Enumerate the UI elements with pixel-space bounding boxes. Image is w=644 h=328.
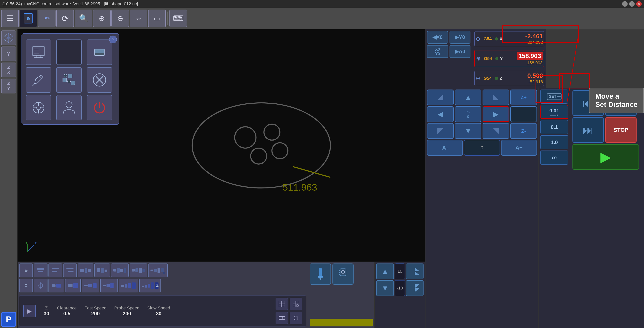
svg-rect-88 [151,282,154,289]
probe-grid-4[interactable] [290,312,302,324]
modal-close-btn[interactable]: ✕ [109,36,117,44]
jog-zplus-btn[interactable]: Z+ [510,90,537,105]
probe-tool-btn[interactable] [310,264,331,284]
ts-r8-btn[interactable]: Z [139,279,161,292]
modal-rect-btn[interactable] [87,40,112,65]
playback-undo-btn[interactable]: ↩ [605,90,636,116]
jog-zminus-btn[interactable]: Z- [510,123,537,139]
step-inf-btn[interactable]: ∞ [540,150,568,164]
step-set-btn[interactable]: SET [540,90,568,104]
nav-down10-btn[interactable] [406,280,424,296]
ts-r7-btn[interactable] [119,279,138,292]
ts-t5-btn[interactable] [78,264,94,277]
ts-r6-btn[interactable] [100,279,118,292]
svg-rect-85 [142,286,144,287]
modal-edit-btn[interactable] [26,67,51,93]
ts-align3-btn[interactable] [63,264,77,277]
view-z-btn[interactable]: Z Y [1,78,16,94]
jog-ne-btn[interactable] [482,90,509,105]
ts-r5-btn[interactable] [82,279,99,292]
home-x0y0-btn[interactable]: X0Y0 [427,45,448,58]
jog-sw-btn[interactable] [427,123,454,139]
ts-t8-btn[interactable] [130,264,147,277]
ts-t7-btn[interactable] [111,264,128,277]
jog-s-btn[interactable]: ▼ [455,123,482,139]
jog-se-btn[interactable] [482,123,509,139]
home-x0-btn[interactable]: ◀X0 [427,31,448,44]
jog-aplus-btn[interactable]: A+ [501,140,537,156]
axis-home-panel: ◀X0 ▶Y0 X0Y0 ▶A0 [425,29,472,88]
home-a0-btn[interactable]: ▶A0 [450,45,470,58]
toolbar-rotate-btn[interactable]: ⟳ [56,10,74,27]
svg-rect-47 [52,271,57,272]
svg-rect-29 [68,74,72,78]
jog-n-btn[interactable]: ▲ [455,90,482,105]
ts-r1-btn[interactable]: ⚙ [19,279,33,292]
titlebar-app: myCNC control software. Ver:1.88.2995- [24,1,102,6]
ts-t9-btn[interactable] [148,264,168,277]
probe-grid-2[interactable] [290,298,302,310]
ts-center-btn[interactable]: ⊕ [19,264,33,277]
ts-align2-btn[interactable] [48,264,62,277]
modal-display-btn[interactable] [26,40,51,65]
toolbar-menu-btn[interactable]: ☰ [1,10,19,27]
nav-up-btn[interactable]: ▲ [376,264,394,279]
view-3d-btn[interactable] [1,30,16,45]
probe-grid-3[interactable] [276,312,288,324]
step-01-btn[interactable]: 0.1 [540,120,568,134]
modal-close-circle-btn[interactable] [87,67,112,93]
modal-user-btn[interactable] [56,95,82,120]
playback-play-btn[interactable]: ▶ [572,144,639,170]
svg-point-109 [342,270,344,274]
toolbar-frame-btn[interactable]: ▭ [148,10,166,27]
playback-forward-btn[interactable]: ⏭ [572,117,604,143]
ts-t6-btn[interactable] [94,264,110,277]
jog-center-btn: ∞0 [455,106,482,122]
ts-r2-btn[interactable] [34,279,48,292]
view-x-btn[interactable]: Z X [1,62,16,78]
toolbar-keyboard-btn[interactable]: ⌨ [170,10,187,27]
home-y0-btn[interactable]: ▶Y0 [450,31,470,44]
toolbar-zoom-fit-btn[interactable]: 🔍 [75,10,92,27]
nav-row-1: ▲ 10 [376,264,424,279]
svg-rect-83 [128,283,131,288]
jog-aminus-btn[interactable]: A- [427,140,463,156]
ts-r4-btn[interactable] [65,279,81,292]
modal-tools-btn[interactable] [26,95,51,120]
jog-e-btn[interactable]: ▶ [482,106,509,122]
view-y-btn[interactable]: Y [1,46,16,62]
dro-x-value: -2.461 [505,33,543,40]
probe-z-value: 30 [44,310,49,317]
ts-align-btn[interactable] [34,264,48,277]
parking-btn[interactable]: P [1,312,16,327]
ts-r3-btn[interactable] [48,279,64,292]
dro-x-row: ⊕ G54 X -2.461 224.292 [474,31,544,46]
step-10-btn[interactable]: 1.0 [540,135,568,149]
modal-power-btn[interactable] [87,95,112,120]
close-btn[interactable]: ✕ [636,1,642,7]
toolbar-zoom-in-btn[interactable]: ⊕ [93,10,110,27]
probe-probespeed-col: Probe Speed 200 [114,306,139,317]
probe-run-btn[interactable]: ▶ [23,305,36,317]
probe-grid-1[interactable] [276,298,288,310]
svg-rect-81 [121,285,124,287]
playback-stop-btn[interactable]: STOP [605,117,636,143]
nav-down-btn[interactable]: ▼ [376,280,394,296]
toolbar-dxf-btn[interactable]: DXF [38,10,56,27]
jog-w-btn[interactable]: ◀ [427,106,454,122]
step-001-btn[interactable]: 0.01 [540,105,568,119]
tool-strip-1: ⊕ [19,264,306,277]
toolbar-zoom-out-btn[interactable]: ⊖ [112,10,129,27]
nav-up10-btn[interactable] [406,264,424,279]
toolbar-measure-btn[interactable]: ↔ [130,10,147,27]
minimize-btn[interactable]: ─ [622,1,628,7]
jog-nw-btn[interactable] [427,90,454,105]
playback-rewind-btn[interactable]: ⏮ [572,90,604,116]
canvas-view[interactable]: X Y [18,29,425,262]
modal-settings-btn[interactable] [56,67,82,93]
probe-sensor-btn[interactable] [332,264,354,284]
bottom-tools: ⊕ [18,262,308,328]
jog-row-1: ▲ Z+ [427,90,537,105]
maximize-btn[interactable]: □ [629,1,634,7]
toolbar-gcode-btn[interactable]: G [20,10,37,27]
